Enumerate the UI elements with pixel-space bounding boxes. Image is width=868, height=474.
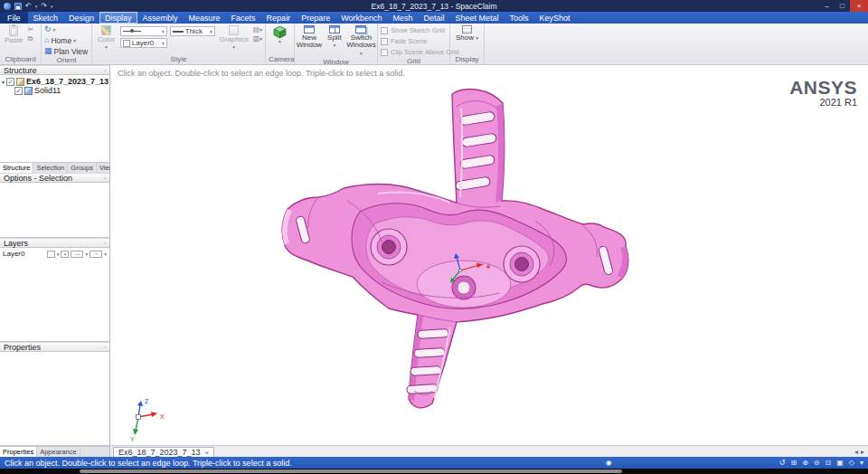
options-header-label: Options - Selection xyxy=(4,174,72,183)
plan-view-button[interactable]: ▦ Plan View xyxy=(44,46,88,56)
view-cube-icon[interactable]: ▣ xyxy=(836,459,844,467)
tab-selection[interactable]: Selection xyxy=(33,163,68,173)
render-mode-icon[interactable]: ▥▾ xyxy=(253,35,262,43)
solid-checkbox[interactable]: ✓ xyxy=(14,87,23,95)
split-button[interactable]: Split ▾ xyxy=(324,24,345,51)
model-boss-right[interactable] xyxy=(504,246,540,282)
corner-axis-triad[interactable]: X Y Z xyxy=(130,398,165,442)
ribbon-spacer xyxy=(485,24,868,64)
layer-color-swatch[interactable] xyxy=(47,251,55,258)
minimize-button[interactable]: – xyxy=(819,0,835,12)
qat-caret-icon[interactable]: ▾ xyxy=(51,4,53,9)
model-3d[interactable]: X Y Z xyxy=(110,65,868,445)
viewport-canvas[interactable]: X Y Z Click an object. Double-click to s… xyxy=(110,65,868,445)
pin-icon[interactable]: ▫ xyxy=(104,344,106,350)
cut-icon[interactable]: ✂ xyxy=(27,26,33,33)
pin-icon[interactable]: ▫ xyxy=(104,240,106,246)
display-style-icon[interactable]: ◇ xyxy=(849,459,854,467)
menu-tab-facets[interactable]: Facets xyxy=(226,12,261,24)
render-quality-icon[interactable]: ▤▾ xyxy=(253,26,262,33)
tab-properties[interactable]: Properties xyxy=(0,447,37,457)
menu-tab-workbench[interactable]: Workbench xyxy=(335,12,387,24)
spin-button[interactable]: ↻ ▾ xyxy=(44,24,55,34)
graphics-button[interactable]: Graphics ▾ xyxy=(218,24,250,52)
left-panel: Structure ▫ ▾ ✓ Ex6_18_7_2023_7_13 ✓ Sol… xyxy=(0,65,110,457)
document-tab[interactable]: Ex6_18_7_2023_7_13 × xyxy=(113,447,214,457)
pin-icon[interactable]: ▫ xyxy=(104,67,106,73)
document-tab-close-icon[interactable]: × xyxy=(205,449,210,457)
zoom-in-icon[interactable]: ⊕ xyxy=(802,459,808,467)
spaceclaim-logo-icon xyxy=(4,3,11,10)
clip-scene-checkbox[interactable]: Clip Scene Above Grid xyxy=(381,47,458,57)
new-window-icon xyxy=(304,25,315,33)
menu-tab-mesh[interactable]: Mesh xyxy=(388,12,419,24)
menu-tab-sheet-metal[interactable]: Sheet Metal xyxy=(450,12,505,24)
line-style-select[interactable]: ▾ xyxy=(120,26,167,36)
home-icon: ⌂ xyxy=(44,36,49,44)
save-icon[interactable] xyxy=(14,3,22,10)
root-checkbox[interactable]: ✓ xyxy=(6,78,14,86)
tab-scroll-left-icon[interactable]: ◂ xyxy=(854,448,858,456)
show-button[interactable]: Show ▾ xyxy=(454,24,480,43)
viewport: X Y Z Click an object. Double-click to s… xyxy=(110,65,868,457)
menu-tab-repair[interactable]: Repair xyxy=(261,12,297,24)
menu-tab-detail[interactable]: Detail xyxy=(419,12,450,24)
view-options-caret-icon[interactable]: ▾ xyxy=(860,459,863,467)
fade-scene-checkbox[interactable]: Fade Scene xyxy=(381,36,427,46)
undo-caret-icon[interactable]: ▾ xyxy=(35,4,38,9)
ansys-release-text: 2021 R1 xyxy=(789,97,857,109)
tree-row-solid[interactable]: ✓ Solid11 xyxy=(2,86,108,95)
ribbon-group-grid: Show Sketch Grid Fade Scene Clip Scene A… xyxy=(378,24,450,64)
status-info-icon[interactable]: ◉ xyxy=(606,459,612,467)
redo-icon[interactable]: ↷ xyxy=(41,3,47,10)
tab-appearance[interactable]: Appearance xyxy=(37,447,80,457)
layer-select[interactable]: Layer0 ▾ xyxy=(120,38,167,48)
spin-icon: ↻ xyxy=(44,25,52,33)
tab-groups[interactable]: Groups xyxy=(68,163,97,173)
show-icon xyxy=(462,25,472,33)
layer-row[interactable]: Layer0 ▾ • —▾ ┄▾ xyxy=(0,248,109,260)
ribbon-group-display: Show ▾ Display xyxy=(450,24,485,64)
pin-icon[interactable]: ▫ xyxy=(104,175,106,181)
copy-icon[interactable]: ⧉ xyxy=(27,35,33,43)
show-sketch-grid-checkbox[interactable]: Show Sketch Grid xyxy=(381,25,445,35)
close-button[interactable]: × xyxy=(850,0,868,12)
zoom-extents-icon[interactable]: ⊡ xyxy=(826,459,832,467)
layer-visibility-toggle[interactable]: • xyxy=(61,251,69,258)
new-window-button[interactable]: New Window xyxy=(297,24,321,51)
tab-scroll-right-icon[interactable]: ▸ xyxy=(861,448,864,456)
menu-tab-sketch[interactable]: Sketch xyxy=(28,12,64,24)
checkbox-icon xyxy=(381,27,388,34)
home-view-button[interactable]: ⌂ Home ▾ xyxy=(44,35,76,45)
tab-structure[interactable]: Structure xyxy=(0,163,33,173)
menu-tab-assembly[interactable]: Assembly xyxy=(137,12,184,24)
color-button[interactable]: Color ▾ xyxy=(95,24,118,52)
taskbar-segment[interactable] xyxy=(80,469,622,473)
layer-line-style-select[interactable]: — xyxy=(71,251,83,258)
menu-tab-keyshot[interactable]: KeyShot xyxy=(534,12,576,24)
home-caret-icon: ▾ xyxy=(73,38,76,43)
color-caret-icon: ▾ xyxy=(105,44,108,50)
split-window-icon xyxy=(329,25,340,33)
zoom-out-icon[interactable]: ⊖ xyxy=(814,459,820,467)
menu-tab-prepare[interactable]: Prepare xyxy=(296,12,335,24)
paste-button[interactable]: Paste xyxy=(3,24,24,45)
tree-row-root[interactable]: ▾ ✓ Ex6_18_7_2023_7_13 xyxy=(2,77,108,86)
maximize-button[interactable]: □ xyxy=(835,0,850,12)
menu-tab-design[interactable]: Design xyxy=(63,12,99,24)
expander-icon[interactable]: ▾ xyxy=(2,79,5,85)
rotate-view-icon[interactable]: ↺ xyxy=(779,459,786,467)
camera-button[interactable]: ▾ xyxy=(269,24,291,45)
model-boss-left[interactable] xyxy=(371,229,407,265)
layer-line-caret-icon: ▾ xyxy=(85,251,88,257)
layer-line-weight-select[interactable]: ┄ xyxy=(90,251,102,258)
menu-tab-tools[interactable]: Tools xyxy=(505,12,534,24)
model-center-hole[interactable] xyxy=(452,276,476,299)
switch-windows-button[interactable]: Switch Windows ▾ xyxy=(348,24,374,58)
thickness-select[interactable]: Thick ▾ xyxy=(170,26,215,36)
undo-icon[interactable]: ↶ xyxy=(25,3,32,10)
menu-tab-file[interactable]: File xyxy=(0,12,28,24)
menu-tab-display[interactable]: Display xyxy=(99,12,137,24)
pan-view-icon[interactable]: ⊞ xyxy=(790,459,797,467)
menu-tab-measure[interactable]: Measure xyxy=(184,12,226,24)
